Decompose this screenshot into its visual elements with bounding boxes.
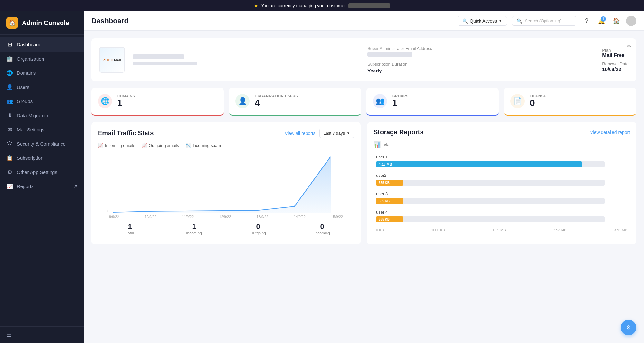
help-button[interactable]: ? [582,16,592,26]
user3-name: user 3 [376,191,627,196]
license-stat-icon: 📄 [510,94,525,108]
chevron-down-icon: ▼ [499,19,502,23]
user-avatar[interactable] [626,16,636,26]
sidebar-item-label: Other App Settings [17,169,57,175]
mail-settings-icon: ✉ [6,126,13,133]
storage-bar-user1: user 1 4.18 MB [376,155,627,167]
org-url-masked [133,62,197,65]
legend-spam: 📉 Incoming spam [185,143,221,148]
sidebar-item-domains[interactable]: 🌐 Domains [0,66,84,80]
search-small-icon: 🔍 [462,18,468,24]
bottom-panels: Email Traffic Stats View all reports Las… [91,122,636,244]
filter-fab-button[interactable]: ⚙ [621,320,636,335]
stat-card-domains[interactable]: 🌐 DOMAINS 1 [91,88,224,116]
date-range-label: Last 7 days [324,131,345,136]
sidebar-item-data-migration[interactable]: ⬇ Data Migration [0,108,84,122]
subscription-duration-value: Yearly [367,68,594,73]
x-label-391mb: 3.91 MB [614,228,627,232]
customer-name-masked [348,3,390,8]
sidebar-item-reports[interactable]: 📈 Reports ↗ [0,179,84,193]
page-title: Dashboard [91,17,452,25]
home-button[interactable]: 🏠 [611,16,621,26]
sidebar-item-groups[interactable]: 👥 Groups [0,94,84,108]
other-settings-icon: ⚙ [6,169,13,175]
storage-reports-panel: Storage Reports View detailed report 📊 M… [367,122,636,244]
sidebar-title: Admin Console [22,19,69,27]
legend-incoming: 📈 Incoming emails [98,143,135,148]
email-traffic-header: Email Traffic Stats View all reports Las… [98,129,354,138]
sidebar-item-subscription[interactable]: 📋 Subscription [0,151,84,165]
x-label-4: 12/9/22 [219,215,231,219]
sidebar-item-label: Groups [17,99,33,104]
sidebar-item-organization[interactable]: 🏢 Organization [0,52,84,66]
groups-icon: 👥 [6,98,13,104]
storage-bars-container: user 1 4.18 MB user2 [374,155,630,222]
chart-stats-row: 1 Total 1 Incoming 0 Outgoing 0 [98,220,354,238]
quick-access-label: Quick Access [470,18,497,24]
users-stat-label: ORGANIZATION USERS [255,94,298,98]
chart-stat-total: 1 Total [98,220,162,238]
notifications-button[interactable]: 🔔 1 [596,16,607,26]
sidebar-item-label: Domains [17,70,36,76]
collapse-icon: ☰ [6,332,11,338]
banner-text: You are currently managing your customer [261,3,346,8]
user1-bar-track: 4.18 MB [376,161,605,167]
users-stat-value: 4 [255,98,298,108]
view-detailed-report-link[interactable]: View detailed report [590,130,630,135]
date-range-selector[interactable]: Last 7 days ▼ [319,129,354,138]
x-label-1000kb: 1000 KB [431,228,445,232]
sidebar-item-security-compliance[interactable]: 🛡 Security & Compliance [0,137,84,151]
sidebar-logo[interactable]: 🏠 Admin Console [0,11,84,35]
users-stat-content: ORGANIZATION USERS 4 [255,94,298,108]
sidebar-collapse-button[interactable]: ☰ [0,326,84,343]
org-info-card: ZOHO Mail Super Administrator Email Addr… [91,38,636,81]
groups-stat-label: GROUPS [392,94,409,98]
user2-value: 555 KB [376,181,390,185]
x-label-2: 10/9/22 [145,215,156,219]
page-header: Dashboard 🔍 Quick Access ▼ 🔍 Search (Opt… [84,11,644,31]
domains-stat-label: DOMAINS [117,94,135,98]
sidebar-item-label: Users [17,84,29,90]
home-icon: 🏠 [613,17,620,24]
top-banner: ★ You are currently managing your custom… [0,0,644,11]
groups-stat-content: GROUPS 1 [392,94,409,108]
storage-reports-title: Storage Reports [374,129,424,136]
stat-card-users[interactable]: 👤 ORGANIZATION USERS 4 [229,88,361,116]
search-icon: 🔍 [517,18,522,24]
sidebar-item-users[interactable]: 👤 Users [0,80,84,94]
x-label-6: 14/9/22 [294,215,306,219]
plan-label: Plan [602,48,629,52]
stat-card-groups[interactable]: 👥 GROUPS 1 [366,88,499,116]
incoming-val: 1 [162,223,226,231]
sidebar-item-label: Reports [17,184,34,189]
org-admin-section: Super Administrator Email Address Subscr… [367,46,594,73]
sidebar-item-mail-settings[interactable]: ✉ Mail Settings [0,122,84,137]
sidebar-item-label: Mail Settings [17,127,44,132]
license-stat-value: 0 [530,98,546,108]
users-stat-icon: 👤 [235,94,250,108]
organization-icon: 🏢 [6,55,13,62]
search-box[interactable]: 🔍 Search (Option + q) [512,16,576,26]
security-icon: 🛡 [6,140,13,147]
reports-icon: 📈 [6,183,13,189]
quick-access-button[interactable]: 🔍 Quick Access ▼ [458,16,507,26]
group-icon: 👥 [376,97,384,105]
view-all-reports-link[interactable]: View all reports [285,131,315,136]
user2-name: user2 [376,173,627,178]
svg-text:1: 1 [106,153,108,157]
super-admin-label: Super Administrator Email Address [367,46,594,51]
incoming-legend-label: Incoming emails [105,143,135,148]
stat-card-license[interactable]: 📄 LICENSE 0 [504,88,636,116]
help-icon: ? [585,17,588,24]
sidebar-item-dashboard[interactable]: ⊞ Dashboard [0,37,84,52]
outgoing-label: Outgoing [226,231,290,235]
super-admin-email-masked [367,52,412,57]
sidebar-item-other-app-settings[interactable]: ⚙ Other App Settings [0,165,84,179]
chart-stat-incoming: 1 Incoming [162,220,226,238]
sidebar: 🏠 Admin Console ⊞ Dashboard 🏢 Organizati… [0,11,84,343]
user3-bar-track: 555 KB [376,198,605,204]
edit-org-button[interactable]: ✏ [627,43,631,50]
notification-badge: 1 [601,16,606,22]
email-traffic-chart: 1 0 [98,152,354,216]
plan-name: Mail Free [602,52,629,58]
